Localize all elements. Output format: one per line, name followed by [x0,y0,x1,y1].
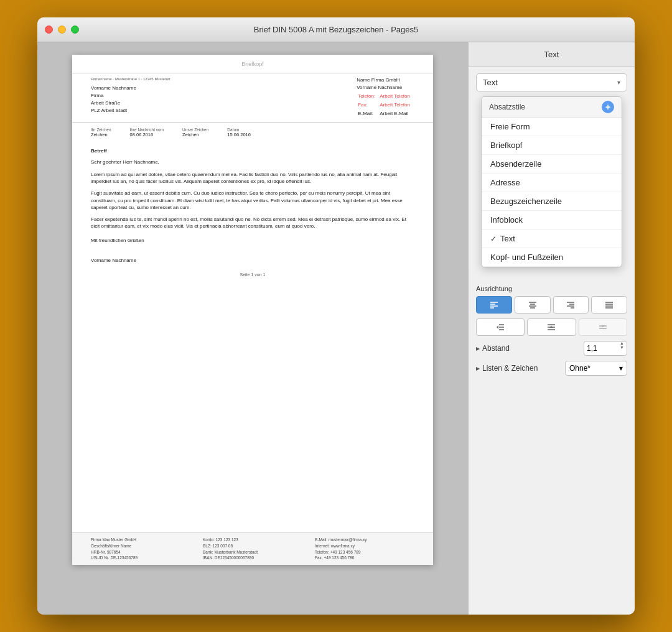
maximize-button[interactable] [71,26,79,34]
bezugs-col-4: Datum 15.06.2016 [227,128,251,137]
gruss: Mit freundlichen Grüßen [91,237,414,244]
page-footer: Firma Max Muster GmbH Geschäftsführer Na… [72,532,433,565]
align-justify-button[interactable] [591,296,627,314]
style-item-absenderzeile[interactable]: Absenderzeile [482,155,622,174]
page-number: Seite 1 von 1 [72,269,433,280]
mac-window: Brief DIN 5008 A mit Bezugszeichen - Pag… [37,17,635,615]
paragraph-2: Fugit suavitate ad eam, ut essent debiti… [91,190,414,211]
salutation: Sehr geehrter Herr Nachname, [91,159,414,166]
unterschrift: Vorname Nachname [91,257,414,264]
style-item-label: Infoblock [490,215,523,225]
sender-bar: Firmenname · Musterstraße 1 · 12345 Must… [91,77,170,82]
phone-label: Telefon: [358,93,378,100]
align-buttons [476,296,627,314]
style-item-label: Freie Form [490,122,530,131]
briefkopf-label: Briefkopf [91,61,414,67]
title-bar: Brief DIN 5008 A mit Bezugszeichen - Pag… [37,17,635,42]
check-icon: ✓ [490,235,497,243]
abstand-stepper[interactable]: ▲ ▼ [620,341,624,356]
paragraph-1: Lorem ipsum ad qui amet dolore, vitae ce… [91,171,414,185]
style-item-infoblock[interactable]: Infoblock [482,211,622,230]
style-item-label: Bezugszeichenzeile [490,197,562,206]
align-left-button[interactable] [476,296,512,314]
doc-area[interactable]: Briefkopf Firmenname · Musterstraße 1 · … [37,42,468,615]
paragraph-3: Facer expetenda ius te, sint mundi aperi… [91,216,414,230]
dropdown-header: Absatzstile + [482,97,622,118]
style-item-label: Kopf- und Fußzeilen [490,253,563,262]
close-button[interactable] [45,26,53,34]
decrease-spacing-button[interactable] [579,318,627,336]
triangle-icon: ▶ [476,346,480,351]
add-style-button[interactable]: + [602,101,614,113]
traffic-lights [45,26,79,34]
stepper-up[interactable]: ▲ [620,341,624,345]
panel-title: Text [544,50,559,59]
minimize-button[interactable] [58,26,66,34]
bezugs-col-3: Unser Zeichen Zeichen [182,128,208,137]
bezugs-col-1: Ihr Zeichen Zeichen [91,128,111,137]
style-item-adresse[interactable]: Adresse [482,174,622,192]
style-item-freie-form[interactable]: Freie Form [482,118,622,136]
recipient-street: Arbeit Straße [91,100,170,107]
align-right-button[interactable] [553,296,589,314]
panel-header: Text [469,42,635,67]
style-selector-label: Text [483,78,498,87]
recipient-address: Firmenname · Musterstraße 1 · 12345 Must… [91,77,170,119]
abstand-label: ▶ Abstand [476,344,510,353]
indent-decrease-button[interactable] [476,318,525,336]
dropdown-title: Absatzstile [489,103,525,111]
abstand-row: ▶ Abstand 1,1 ▲ ▼ [476,341,627,356]
footer-columns: Firma Max Muster GmbH Geschäftsführer Na… [91,537,414,561]
bezugszeichen-area: Ihr Zeichen Zeichen Ihre Nachricht vom 0… [72,122,433,142]
style-item-label: Absenderzeile [490,159,541,169]
letter-body: Betreff Sehr geehrter Herr Nachname, Lor… [72,142,433,269]
increase-spacing-button[interactable] [527,318,576,336]
listen-label: ▶ Listen & Zeichen [476,364,538,373]
footer-col-1: Firma Max Muster GmbH Geschäftsführer Na… [91,537,190,561]
footer-col-2: Konto: 123 123 123 BLZ: 123 007 08 Bank:… [203,537,302,561]
style-item-label: Adresse [490,178,520,187]
panel-section-align: Ausrichtung [469,279,635,387]
fax-value: Arbeit Telefon [380,101,413,109]
svg-marker-26 [497,325,498,329]
stepper-down[interactable]: ▼ [620,345,624,350]
betreff: Betreff [91,147,414,155]
sender-address: Name Firma GmbH Vorname Nachname Telefon… [357,77,414,119]
window-content: Briefkopf Firmenname · Musterstraße 1 · … [37,42,635,615]
right-panel: Text Text ▾ Absatzstile + [468,42,635,615]
briefkopf-area: Briefkopf [72,55,433,73]
style-selector[interactable]: Text ▾ [476,73,627,91]
style-item-briefkopf[interactable]: Briefkopf [482,136,622,155]
style-item-bezugszeichenzeile[interactable]: Bezugszeichenzeile [482,192,622,211]
indent-buttons [476,318,627,336]
panel-section-style: Text ▾ Absatzstile + Freie Form [469,67,635,274]
triangle-icon: ▶ [476,366,480,371]
window-title: Brief DIN 5008 A mit Bezugszeichen - Pag… [254,25,418,34]
recipient-company: Firma [91,92,170,100]
fax-label: Fax: [358,101,378,109]
sender-contact: Telefon: Arbeit Telefon Fax: Arbeit Tele… [357,91,414,119]
listen-dropdown[interactable]: Ohne* ▾ [565,361,627,376]
listen-row: ▶ Listen & Zeichen Ohne* ▾ [476,361,627,376]
style-item-label: Text [500,234,515,243]
style-item-label: Briefkopf [490,141,522,150]
footer-col-3: E-Mail: mustermax@firma.xy Internet: www… [315,537,414,561]
ausrichtung-label: Ausrichtung [476,285,627,292]
address-block: Firmenname · Musterstraße 1 · 12345 Must… [72,73,433,122]
recipient-city: PLZ Arbeit Stadt [91,107,170,114]
style-item-text[interactable]: ✓ Text [482,230,622,248]
phone-value: Arbeit Telefon [380,93,413,100]
dropdown-menu: Absatzstile + Freie Form Briefkopf Absen… [481,96,622,267]
abstand-input[interactable]: 1,1 ▲ ▼ [584,341,627,356]
style-item-kopf-fuss[interactable]: Kopf- und Fußzeilen [482,248,622,267]
sender-name: Vorname Nachname [357,84,414,91]
email-value: Arbeit E-Mail [380,110,413,118]
recipient-name: Vorname Nachname [91,85,170,92]
align-center-button[interactable] [515,296,551,314]
letter-page: Briefkopf Firmenname · Musterstraße 1 · … [72,55,433,565]
email-label: E-Mail: [358,110,378,118]
chevron-down-icon: ▾ [617,79,620,86]
sender-company: Name Firma GmbH [357,77,414,84]
bezugs-col-2: Ihre Nachricht vom 08.06.2016 [130,128,164,137]
chevron-down-icon: ▾ [619,364,623,373]
